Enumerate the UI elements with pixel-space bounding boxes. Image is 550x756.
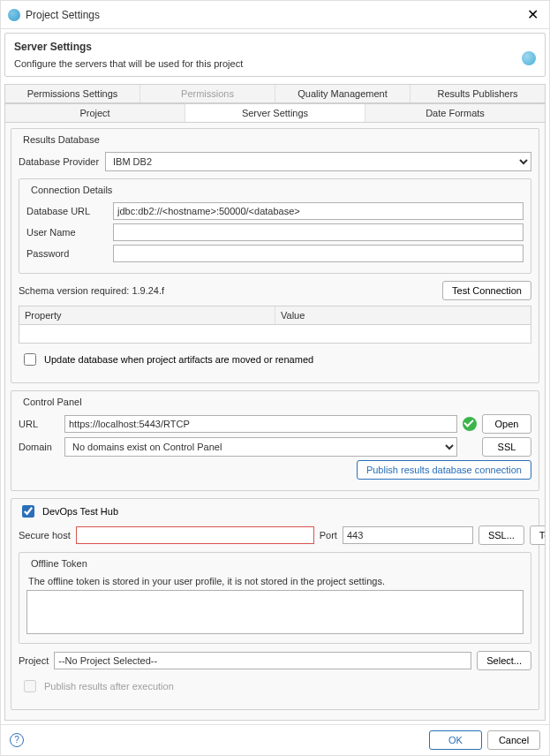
devops-project-label: Project xyxy=(19,655,49,666)
publish-connection-button[interactable]: Publish results database connection xyxy=(357,460,531,480)
connection-details-legend: Connection Details xyxy=(28,185,115,195)
close-icon[interactable]: ✕ xyxy=(524,6,542,23)
offline-token-legend: Offline Token xyxy=(28,558,90,569)
property-table: Property Value xyxy=(19,306,531,344)
cancel-button[interactable]: Cancel xyxy=(487,730,540,750)
schema-version-label: Schema version required: 1.9.24.f xyxy=(19,285,437,296)
offline-token-input[interactable] xyxy=(26,590,524,634)
titlebar: Project Settings ✕ xyxy=(1,1,549,29)
app-icon xyxy=(8,9,20,21)
results-database-legend: Results Database xyxy=(20,134,102,145)
tab-permissions-settings[interactable]: Permissions Settings xyxy=(5,85,140,102)
results-database-group: Results Database Database Provider IBM D… xyxy=(11,128,539,383)
open-button[interactable]: Open xyxy=(482,414,531,434)
publish-after-label: Publish results after execution xyxy=(44,681,174,692)
window-title: Project Settings xyxy=(26,9,524,21)
footer: ? OK Cancel xyxy=(1,724,549,755)
tab-quality-management[interactable]: Quality Management xyxy=(275,85,411,102)
offline-token-note: The offline token is stored in your user… xyxy=(28,576,524,586)
user-name-input[interactable] xyxy=(113,223,524,241)
devops-checkbox[interactable] xyxy=(22,505,34,518)
control-panel-legend: Control Panel xyxy=(20,397,85,407)
offline-token-group: Offline Token The offline token is store… xyxy=(19,552,531,644)
password-input[interactable] xyxy=(113,245,524,262)
select-project-button[interactable]: Select... xyxy=(477,651,531,670)
ok-button[interactable]: OK xyxy=(429,730,482,750)
tab-permissions: Permissions xyxy=(140,85,275,102)
tab-server-settings[interactable]: Server Settings xyxy=(185,104,365,122)
password-label: Password xyxy=(26,248,108,259)
update-database-checkbox[interactable] xyxy=(24,353,36,366)
devops-label: DevOps Test Hub xyxy=(42,506,118,517)
cp-url-label: URL xyxy=(19,419,59,429)
connection-details-group: Connection Details Database URL User Nam… xyxy=(19,178,531,274)
devops-ssl-button[interactable]: SSL... xyxy=(478,525,524,545)
user-name-label: User Name xyxy=(26,227,108,238)
update-database-label: Update database when project artifacts a… xyxy=(44,354,313,365)
devops-test-button[interactable]: Test... xyxy=(530,525,546,545)
secure-host-input[interactable] xyxy=(76,526,314,544)
header-panel: Server Settings Configure the servers th… xyxy=(4,33,546,77)
table-body xyxy=(19,325,531,343)
tab-project[interactable]: Project xyxy=(5,104,185,122)
cp-domain-select[interactable]: No domains exist on Control Panel xyxy=(64,437,457,457)
header-subtitle: Configure the servers that will be used … xyxy=(14,58,522,69)
publish-after-checkbox xyxy=(24,680,36,692)
check-ok-icon xyxy=(463,417,477,431)
table-header-value: Value xyxy=(275,306,531,324)
globe-icon xyxy=(522,51,536,65)
table-header-property: Property xyxy=(19,306,275,324)
tab-results-publishers[interactable]: Results Publishers xyxy=(411,85,545,102)
secure-host-label: Secure host xyxy=(19,530,71,541)
devops-group: DevOps Test Hub Secure host Port SSL... … xyxy=(11,498,539,710)
database-url-label: Database URL xyxy=(26,206,108,216)
tabs: Permissions Settings Permissions Quality… xyxy=(4,84,546,123)
content-area: Results Database Database Provider IBM D… xyxy=(4,123,546,721)
ssl-button[interactable]: SSL xyxy=(482,437,531,457)
cp-domain-label: Domain xyxy=(19,442,59,452)
port-input[interactable] xyxy=(343,526,473,544)
help-icon[interactable]: ? xyxy=(10,733,24,747)
tab-date-formats[interactable]: Date Formats xyxy=(365,104,545,122)
cp-url-input[interactable] xyxy=(64,415,457,433)
database-provider-select[interactable]: IBM DB2 xyxy=(105,152,531,171)
test-connection-button[interactable]: Test Connection xyxy=(442,281,531,300)
header-title: Server Settings xyxy=(14,41,522,53)
database-provider-label: Database Provider xyxy=(19,156,100,167)
devops-project-input[interactable] xyxy=(54,652,471,669)
port-label: Port xyxy=(320,530,337,541)
control-panel-group: Control Panel URL Open Domain No domains… xyxy=(11,390,539,491)
database-url-input[interactable] xyxy=(113,202,524,220)
